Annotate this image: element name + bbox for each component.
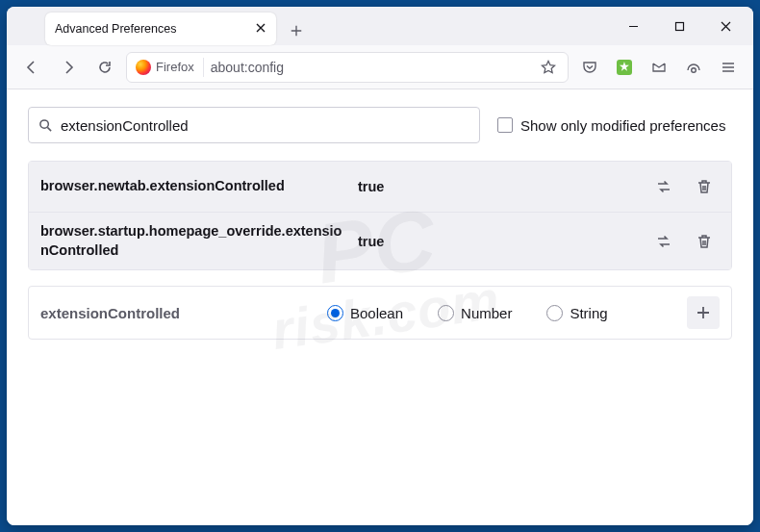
- firefox-logo-icon: [136, 60, 151, 75]
- browser-window: Advanced Preferences: [7, 7, 753, 525]
- pref-name: browser.startup.homepage_override.extens…: [40, 222, 348, 260]
- add-pref-button[interactable]: [687, 296, 720, 329]
- pref-search-box[interactable]: [28, 107, 480, 143]
- bookmark-star-icon[interactable]: [535, 60, 562, 75]
- pref-row[interactable]: browser.startup.homepage_override.extens…: [29, 212, 731, 269]
- close-icon[interactable]: [255, 22, 266, 37]
- pref-value: true: [358, 234, 639, 249]
- radio-label: String: [570, 305, 607, 321]
- svg-rect-0: [675, 22, 683, 30]
- pref-row[interactable]: browser.newtab.extensionControlled true: [29, 162, 731, 212]
- reload-button[interactable]: [89, 52, 120, 83]
- extension-icon[interactable]: ★: [609, 52, 640, 83]
- maximize-button[interactable]: [657, 11, 701, 41]
- radio-label: Boolean: [350, 305, 403, 321]
- toolbar-icons: ★: [574, 52, 744, 83]
- url-bar[interactable]: Firefox about:config: [126, 52, 569, 83]
- search-icon: [38, 118, 53, 133]
- tab-advanced-preferences[interactable]: Advanced Preferences: [45, 13, 276, 45]
- radio-string[interactable]: String: [546, 305, 607, 321]
- close-window-button[interactable]: [703, 11, 747, 41]
- url-text: about:config: [211, 60, 528, 75]
- forward-button[interactable]: [53, 52, 84, 83]
- pocket-icon[interactable]: [574, 52, 605, 83]
- type-radio-group: Boolean Number String: [327, 305, 679, 321]
- identity-label: Firefox: [156, 60, 194, 74]
- tab-title: Advanced Preferences: [55, 22, 247, 36]
- about-config-content: Show only modified preferences browser.n…: [7, 89, 753, 525]
- prefs-table: browser.newtab.extensionControlled true …: [28, 161, 732, 270]
- search-input[interactable]: [61, 117, 469, 134]
- window-controls: [611, 11, 747, 41]
- nav-toolbar: Firefox about:config ★: [7, 45, 753, 89]
- pref-value: true: [358, 179, 639, 194]
- svg-point-2: [40, 119, 48, 127]
- app-menu-icon[interactable]: [713, 52, 744, 83]
- radio-number[interactable]: Number: [438, 305, 512, 321]
- checkbox-icon: [497, 117, 513, 133]
- toggle-button[interactable]: [648, 171, 679, 202]
- tab-bar: Advanced Preferences: [7, 7, 753, 45]
- pref-name: browser.newtab.extensionControlled: [40, 177, 348, 196]
- delete-button[interactable]: [689, 171, 720, 202]
- account-icon[interactable]: [678, 52, 709, 83]
- toggle-button[interactable]: [648, 226, 679, 257]
- search-row: Show only modified preferences: [28, 107, 732, 143]
- new-pref-row: extensionControlled Boolean Number Strin…: [28, 286, 732, 340]
- identity-box[interactable]: Firefox: [133, 58, 204, 77]
- checkbox-label-text: Show only modified preferences: [520, 117, 725, 134]
- delete-button[interactable]: [689, 226, 720, 257]
- new-pref-name: extensionControlled: [40, 305, 319, 321]
- inbox-icon[interactable]: [644, 52, 674, 83]
- new-tab-button[interactable]: [282, 16, 311, 45]
- radio-boolean[interactable]: Boolean: [327, 305, 403, 321]
- radio-icon: [327, 305, 343, 321]
- back-button[interactable]: [16, 52, 47, 83]
- minimize-button[interactable]: [611, 11, 655, 41]
- radio-icon: [438, 305, 454, 321]
- show-modified-checkbox[interactable]: Show only modified preferences: [497, 117, 725, 134]
- radio-icon: [546, 305, 563, 321]
- radio-label: Number: [461, 305, 512, 321]
- svg-point-1: [692, 67, 697, 72]
